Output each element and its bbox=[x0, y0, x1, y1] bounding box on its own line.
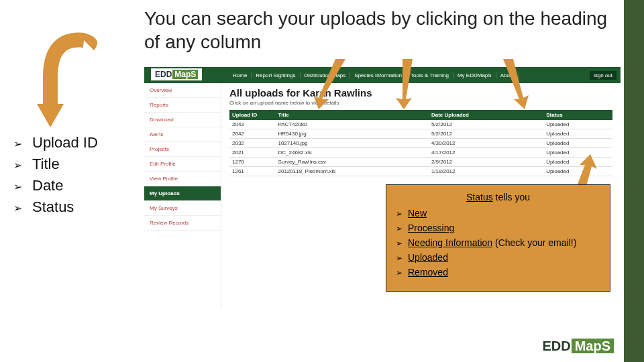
col-date[interactable]: Date Uploaded bbox=[429, 110, 543, 120]
chevron-right-icon: ➢ bbox=[396, 209, 402, 219]
table-cell: 2032 bbox=[229, 139, 276, 148]
arrow-pointer-icon bbox=[309, 59, 349, 109]
status-item: ➢Processing bbox=[396, 223, 600, 233]
table-cell: PACT42080 bbox=[276, 120, 429, 129]
table-cell: 5/2/2012 bbox=[429, 129, 543, 139]
table-cell: Uploaded bbox=[543, 139, 612, 148]
table-cell: 1/18/2012 bbox=[429, 167, 543, 176]
table-cell: 2/9/2012 bbox=[429, 158, 543, 167]
sidebar-item-my-uploads[interactable]: My Uploads bbox=[144, 186, 221, 201]
table-row[interactable]: 2021DC_24682.xls4/17/2012Uploaded bbox=[229, 148, 612, 158]
svg-marker-1 bbox=[314, 59, 345, 109]
table-cell: 2021 bbox=[229, 148, 276, 158]
chevron-right-icon: ➢ bbox=[396, 239, 402, 248]
sidebar-item-my-surveys[interactable]: My Surveys bbox=[144, 201, 221, 216]
table-cell: 2042 bbox=[229, 129, 276, 139]
table-row[interactable]: 20321027140.jpg4/30/2012Uploaded bbox=[229, 139, 612, 148]
chevron-right-icon: ➢ bbox=[13, 137, 25, 150]
chevron-right-icon: ➢ bbox=[396, 253, 402, 263]
svg-marker-0 bbox=[37, 104, 64, 127]
table-cell: 1027140.jpg bbox=[276, 139, 429, 148]
top-nav-bar: Home Report Sightings Distribution Maps … bbox=[144, 67, 621, 83]
app-logo: EDDMapS bbox=[151, 68, 202, 80]
svg-marker-2 bbox=[396, 59, 413, 109]
list-item: ➢Upload ID bbox=[13, 134, 98, 152]
list-item: ➢Title bbox=[13, 156, 98, 173]
slide-heading: You can search your uploads by clicking … bbox=[144, 7, 614, 54]
sidebar-item-view-profile[interactable]: View Profile bbox=[144, 172, 221, 186]
sidebar: Overview Reports Download Alerts Project… bbox=[144, 83, 221, 308]
table-cell: 4/17/2012 bbox=[429, 148, 543, 158]
table-cell: Uploaded bbox=[543, 120, 612, 129]
chevron-right-icon: ➢ bbox=[396, 268, 402, 278]
sidebar-item-overview[interactable]: Overview bbox=[144, 83, 221, 98]
sidebar-item-alerts[interactable]: Alerts bbox=[144, 127, 221, 142]
svg-marker-3 bbox=[503, 59, 529, 109]
table-row[interactable]: 126120120118_Piedmont.xls1/18/2012Upload… bbox=[229, 167, 612, 176]
table-cell: HR5430.jpg bbox=[276, 129, 429, 139]
footer-logo: EDDMapS bbox=[542, 339, 614, 354]
column-list: ➢Upload ID ➢Title ➢Date ➢Status bbox=[13, 134, 98, 220]
table-row[interactable]: 2043PACT420805/2/2012Uploaded bbox=[229, 120, 612, 129]
sidebar-item-review-records[interactable]: Review Records bbox=[144, 216, 221, 231]
nav-home[interactable]: Home bbox=[229, 72, 252, 78]
table-cell: 1270 bbox=[229, 158, 276, 167]
list-item: ➢Date bbox=[13, 177, 98, 194]
nav-my[interactable]: My EDDMapS bbox=[453, 72, 496, 78]
status-item: ➢Needing Information (Check your email!) bbox=[396, 237, 600, 248]
table-cell: 2043 bbox=[229, 120, 276, 129]
sidebar-item-edit-profile[interactable]: Edit Profile bbox=[144, 157, 221, 172]
signout-button[interactable]: sign out bbox=[590, 71, 616, 80]
chevron-right-icon: ➢ bbox=[13, 159, 25, 172]
green-stripe bbox=[624, 0, 644, 362]
sidebar-item-reports[interactable]: Reports bbox=[144, 98, 221, 113]
status-callout: Status tells you ➢New ➢Processing ➢Needi… bbox=[386, 184, 610, 292]
arrow-pointer-icon bbox=[389, 59, 423, 109]
table-cell: Survey_Rawlins.csv bbox=[276, 158, 429, 167]
chevron-right-icon: ➢ bbox=[13, 202, 25, 215]
table-cell: 4/30/2012 bbox=[429, 139, 543, 148]
chevron-right-icon: ➢ bbox=[396, 224, 402, 233]
table-cell: DC_24682.xls bbox=[276, 148, 429, 158]
status-item: ➢Uploaded bbox=[396, 252, 600, 263]
uploads-table: Upload ID Title Date Uploaded Status 204… bbox=[229, 110, 612, 176]
arrow-pointer-icon bbox=[496, 59, 537, 109]
table-cell: Uploaded bbox=[543, 129, 612, 139]
table-cell: 5/2/2012 bbox=[429, 120, 543, 129]
curved-arrow-icon bbox=[30, 30, 121, 131]
list-item: ➢Status bbox=[13, 198, 98, 216]
col-upload-id[interactable]: Upload ID bbox=[229, 110, 276, 120]
table-cell: 20120118_Piedmont.xls bbox=[276, 167, 429, 176]
status-item: ➢New bbox=[396, 208, 600, 219]
table-cell: 1261 bbox=[229, 167, 276, 176]
nav-report[interactable]: Report Sightings bbox=[252, 72, 300, 78]
sidebar-item-download[interactable]: Download bbox=[144, 113, 221, 127]
sidebar-item-projects[interactable]: Projects bbox=[144, 142, 221, 157]
table-row[interactable]: 2042HR5430.jpg5/2/2012Uploaded bbox=[229, 129, 612, 139]
status-callout-title: Status tells you bbox=[396, 192, 600, 202]
table-row[interactable]: 1270Survey_Rawlins.csv2/9/2012Uploaded bbox=[229, 158, 612, 167]
col-status[interactable]: Status bbox=[543, 110, 612, 120]
col-title[interactable]: Title bbox=[276, 110, 429, 120]
chevron-right-icon: ➢ bbox=[13, 180, 25, 193]
top-nav: Home Report Sightings Distribution Maps … bbox=[229, 72, 519, 78]
status-item: ➢Removed bbox=[396, 267, 600, 278]
